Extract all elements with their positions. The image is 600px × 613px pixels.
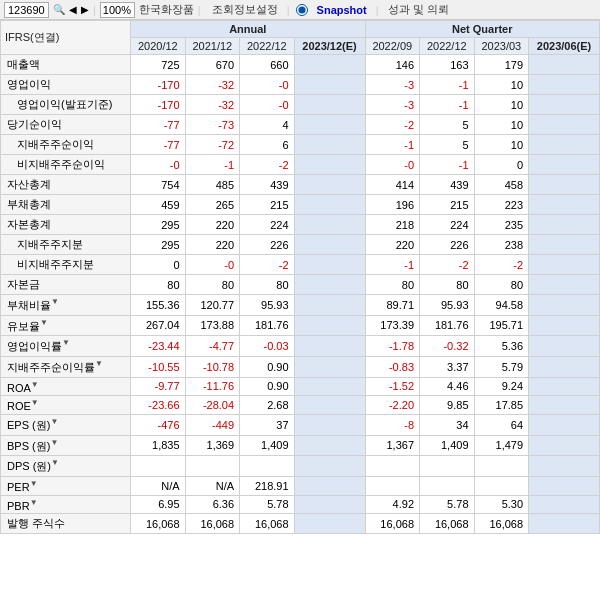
cell-nq-12-2: 94.58: [474, 295, 529, 316]
cell-annual-15-0: -10.55: [131, 356, 186, 377]
table-row: 지배주주지분295220226220226238: [1, 235, 600, 255]
cell-nq-0-3: [529, 55, 600, 75]
cell-annual-14-2: -0.03: [240, 336, 295, 357]
row-label-15: 지배주주순이익률▼: [1, 356, 131, 377]
next-icon[interactable]: ▶: [81, 4, 89, 15]
cell-nq-0-2: 179: [474, 55, 529, 75]
cell-nq-8-3: [529, 215, 600, 235]
zoom-input[interactable]: [100, 2, 135, 18]
table-row: 영업이익률▼-23.44-4.77-0.03-1.78-0.325.36: [1, 336, 600, 357]
cell-nq-5-0: -0: [365, 155, 420, 175]
tab-snapshot[interactable]: Snapshot: [314, 3, 370, 17]
tab-조회정보설정[interactable]: 조회정보설정: [209, 1, 281, 18]
table-row: 지배주주순이익률▼-10.55-10.780.90-0.833.375.79: [1, 356, 600, 377]
cell-nq-12-0: 89.71: [365, 295, 420, 316]
cell-nq-4-3: [529, 135, 600, 155]
prev-icon[interactable]: ◀: [69, 4, 77, 15]
row-label-19: BPS (원)▼: [1, 435, 131, 456]
toolbar: 🔍 ◀ ▶ | 한국화장품 | 조회정보설정 | Snapshot | 성과 및…: [0, 0, 600, 20]
cell-nq-15-3: [529, 356, 600, 377]
cell-annual-3-2: 4: [240, 115, 295, 135]
tab-snapshot-radio[interactable]: [296, 4, 308, 16]
tab-bar: 조회정보설정 | Snapshot | 성과 및 의뢰: [209, 1, 452, 18]
cell-nq-10-3: [529, 255, 600, 275]
cell-annual-6-3: [294, 175, 365, 195]
cell-annual-7-1: 265: [185, 195, 240, 215]
cell-annual-23-1: 16,068: [185, 514, 240, 534]
cell-annual-3-0: -77: [131, 115, 186, 135]
cell-annual-22-1: 6.36: [185, 495, 240, 514]
table-row: BPS (원)▼1,8351,3691,4091,3671,4091,479: [1, 435, 600, 456]
row-label-20: DPS (원)▼: [1, 456, 131, 477]
col-header-4: 2022/09: [365, 38, 420, 55]
cell-nq-1-2: 10: [474, 75, 529, 95]
sep2: |: [198, 4, 201, 16]
cell-annual-10-3: [294, 255, 365, 275]
cell-nq-20-2: [474, 456, 529, 477]
cell-nq-13-1: 181.76: [420, 315, 475, 336]
cell-nq-4-1: 5: [420, 135, 475, 155]
cell-nq-9-1: 226: [420, 235, 475, 255]
cell-nq-6-1: 439: [420, 175, 475, 195]
cell-nq-22-3: [529, 495, 600, 514]
cell-nq-16-2: 9.24: [474, 377, 529, 396]
cell-annual-20-0: [131, 456, 186, 477]
row-label-1: 영업이익: [1, 75, 131, 95]
row-label-3: 당기순이익: [1, 115, 131, 135]
cell-nq-10-0: -1: [365, 255, 420, 275]
cell-nq-18-1: 34: [420, 414, 475, 435]
cell-nq-19-0: 1,367: [365, 435, 420, 456]
cell-nq-5-3: [529, 155, 600, 175]
cell-nq-10-1: -2: [420, 255, 475, 275]
table-row: 영업이익-170-32-0-3-110: [1, 75, 600, 95]
cell-annual-23-3: [294, 514, 365, 534]
stock-code-input[interactable]: [4, 2, 49, 18]
cell-nq-14-0: -1.78: [365, 336, 420, 357]
cell-annual-0-2: 660: [240, 55, 295, 75]
cell-annual-21-2: 218.91: [240, 476, 295, 495]
row-label-9: 지배주주지분: [1, 235, 131, 255]
cell-annual-12-3: [294, 295, 365, 316]
cell-nq-4-2: 10: [474, 135, 529, 155]
cell-nq-22-1: 5.78: [420, 495, 475, 514]
row-label-12: 부채비율▼: [1, 295, 131, 316]
col-header-5: 2022/12: [420, 38, 475, 55]
table-row: ROE▼-23.66-28.042.68-2.209.8517.85: [1, 396, 600, 415]
cell-nq-3-3: [529, 115, 600, 135]
cell-nq-2-0: -3: [365, 95, 420, 115]
row-label-22: PBR▼: [1, 495, 131, 514]
cell-nq-22-0: 4.92: [365, 495, 420, 514]
row-label-14: 영업이익률▼: [1, 336, 131, 357]
cell-annual-4-3: [294, 135, 365, 155]
table-row: 지배주주순이익-77-726-1510: [1, 135, 600, 155]
cell-nq-13-2: 195.71: [474, 315, 529, 336]
col-header-2: 2022/12: [240, 38, 295, 55]
col-header-6: 2023/03: [474, 38, 529, 55]
cell-nq-22-2: 5.30: [474, 495, 529, 514]
cell-nq-23-3: [529, 514, 600, 534]
cell-annual-6-0: 754: [131, 175, 186, 195]
tab-성과의뢰[interactable]: 성과 및 의뢰: [385, 1, 452, 18]
search-icon[interactable]: 🔍: [53, 4, 65, 15]
cell-annual-17-1: -28.04: [185, 396, 240, 415]
row-label-5: 비지배주주순이익: [1, 155, 131, 175]
cell-annual-8-2: 224: [240, 215, 295, 235]
cell-nq-20-3: [529, 456, 600, 477]
cell-annual-5-2: -2: [240, 155, 295, 175]
cell-annual-22-2: 5.78: [240, 495, 295, 514]
cell-nq-7-3: [529, 195, 600, 215]
table-row: 발행 주식수16,06816,06816,06816,06816,06816,0…: [1, 514, 600, 534]
cell-annual-4-1: -72: [185, 135, 240, 155]
row-label-8: 자본총계: [1, 215, 131, 235]
cell-nq-14-2: 5.36: [474, 336, 529, 357]
cell-annual-20-3: [294, 456, 365, 477]
cell-annual-10-0: 0: [131, 255, 186, 275]
cell-annual-11-3: [294, 275, 365, 295]
cell-annual-17-3: [294, 396, 365, 415]
cell-annual-2-1: -32: [185, 95, 240, 115]
table-row: 당기순이익-77-734-2510: [1, 115, 600, 135]
cell-nq-1-0: -3: [365, 75, 420, 95]
cell-annual-1-3: [294, 75, 365, 95]
cell-annual-2-2: -0: [240, 95, 295, 115]
cell-nq-11-0: 80: [365, 275, 420, 295]
